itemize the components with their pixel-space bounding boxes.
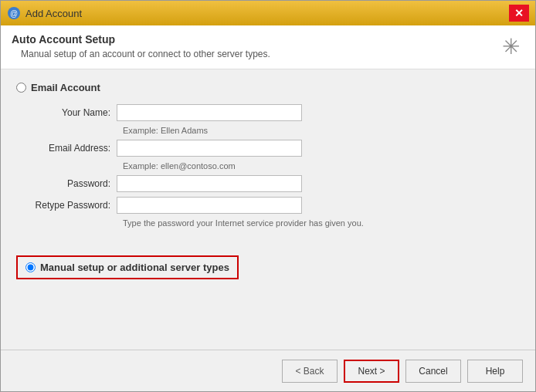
content-area: Email Account Your Name: Example: Ellen … bbox=[1, 69, 535, 350]
header-logo: ✳ bbox=[497, 33, 524, 61]
retype-label: Retype Password: bbox=[32, 200, 117, 211]
email-account-option[interactable]: Email Account bbox=[16, 82, 520, 93]
add-account-window: @ Add Account ✕ Auto Account Setup Manua… bbox=[0, 0, 536, 392]
window-title: Add Account bbox=[25, 8, 82, 19]
email-label: Email Address: bbox=[32, 143, 117, 154]
email-hint: Example: ellen@contoso.com bbox=[32, 161, 520, 171]
password-row: Password: bbox=[32, 175, 520, 192]
header-title: Auto Account Setup bbox=[12, 33, 270, 46]
close-button[interactable]: ✕ bbox=[509, 5, 529, 22]
title-bar-left: @ Add Account bbox=[7, 6, 82, 20]
email-row: Email Address: bbox=[32, 140, 520, 157]
manual-setup-label: Manual setup or additional server types bbox=[40, 262, 229, 273]
password-input[interactable] bbox=[117, 175, 302, 192]
next-button[interactable]: Next > bbox=[344, 360, 399, 383]
back-button[interactable]: < Back bbox=[282, 360, 338, 383]
manual-option-label[interactable]: Manual setup or additional server types bbox=[16, 255, 239, 279]
retype-row: Retype Password: bbox=[32, 197, 520, 214]
header-text: Auto Account Setup Manual setup of an ac… bbox=[12, 33, 270, 59]
help-button[interactable]: Help bbox=[467, 360, 523, 383]
email-input[interactable] bbox=[117, 140, 302, 157]
name-hint: Example: Ellen Adams bbox=[32, 126, 520, 135]
form-section: Your Name: Example: Ellen Adams Email Ad… bbox=[16, 104, 520, 228]
svg-text:@: @ bbox=[10, 9, 18, 18]
app-icon: @ bbox=[7, 6, 21, 20]
logo-icon: ✳ bbox=[502, 36, 520, 58]
password-label: Password: bbox=[32, 178, 117, 189]
retype-input[interactable] bbox=[117, 197, 302, 214]
footer: < Back Next > Cancel Help bbox=[1, 350, 535, 391]
title-bar: @ Add Account ✕ bbox=[1, 1, 535, 25]
name-row: Your Name: bbox=[32, 104, 520, 121]
email-radio[interactable] bbox=[16, 83, 26, 93]
email-account-label[interactable]: Email Account bbox=[31, 82, 100, 93]
password-hint: Type the password your Internet service … bbox=[32, 218, 520, 228]
header-subtitle: Manual setup of an account or connect to… bbox=[12, 49, 270, 59]
header-section: Auto Account Setup Manual setup of an ac… bbox=[1, 25, 535, 69]
cancel-button[interactable]: Cancel bbox=[405, 360, 461, 383]
manual-option-container: Manual setup or additional server types bbox=[16, 240, 520, 279]
name-input[interactable] bbox=[117, 104, 302, 121]
manual-radio[interactable] bbox=[25, 262, 36, 272]
name-label: Your Name: bbox=[32, 107, 117, 118]
